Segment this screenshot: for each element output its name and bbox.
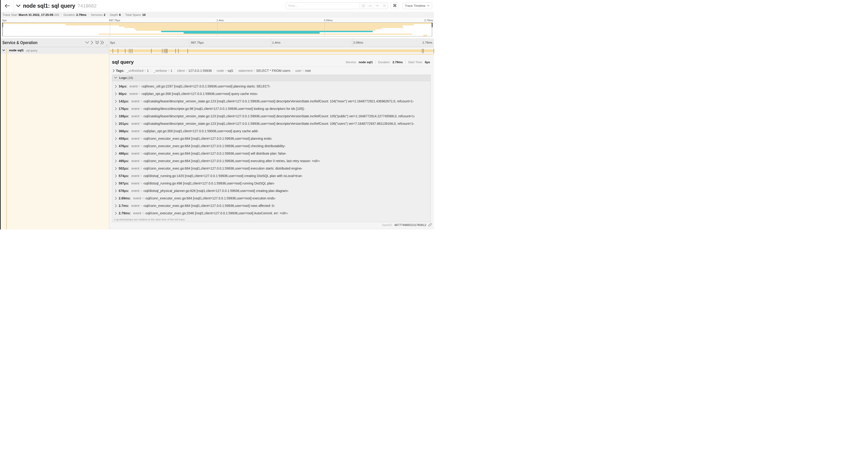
chevron-right-icon bbox=[115, 122, 117, 125]
log-entry[interactable]: 678μs: event = ‹sql/distsql_physical_pla… bbox=[112, 187, 431, 195]
span-detail-left-column[interactable] bbox=[1, 54, 109, 230]
chevron-down-icon bbox=[114, 77, 117, 79]
span-bar[interactable] bbox=[110, 50, 434, 52]
left-scrubber-handle[interactable] bbox=[2, 23, 3, 27]
clear-find-button[interactable] bbox=[381, 4, 388, 7]
log-entry[interactable]: 2.7ms: event = ‹sql/conn_executor_exec.g… bbox=[112, 202, 431, 209]
span-service-name[interactable]: node sql1 bbox=[9, 48, 24, 52]
log-equals: = bbox=[139, 107, 143, 110]
tag-equals: = bbox=[253, 69, 256, 72]
chevron-right-icon bbox=[115, 197, 117, 200]
span-name-column[interactable]: node sql1 sql query bbox=[1, 47, 109, 54]
focus-icon bbox=[362, 4, 365, 7]
chevron-right-icon bbox=[115, 189, 117, 192]
chevron-right-icon bbox=[115, 137, 117, 140]
prev-result-button[interactable] bbox=[367, 5, 374, 7]
log-field-value: ‹sql/conn_executor_exec.go:684 [nsql1,cl… bbox=[143, 204, 275, 207]
logs-header[interactable]: Logs (18) bbox=[112, 75, 431, 81]
log-entry[interactable]: 176μs: event = ‹sql/catalog/descs/descri… bbox=[112, 105, 431, 112]
tag-equals: = bbox=[143, 69, 147, 72]
logs-title: Logs bbox=[119, 76, 127, 79]
tag-equals: = bbox=[302, 69, 305, 72]
log-equals: = bbox=[139, 129, 143, 133]
summary-value: 2.79ms bbox=[76, 13, 86, 17]
keyboard-shortcuts-button[interactable]: ⌘ bbox=[391, 2, 399, 9]
next-result-button[interactable] bbox=[374, 5, 381, 7]
expand-one-button[interactable] bbox=[90, 41, 94, 44]
log-entry[interactable]: 2.69ms: event = ‹sql/conn_executor_exec.… bbox=[112, 195, 431, 202]
log-equals: = bbox=[137, 85, 141, 88]
tag-list: _unfinished=1 _verbose=1 client=127.0.0.… bbox=[127, 69, 311, 72]
trace-view-dropdown[interactable]: Trace Timeline bbox=[403, 2, 432, 9]
chevron-right-icon bbox=[115, 122, 117, 125]
minimap-tick-label: 697.75μs bbox=[109, 19, 120, 22]
minimap-gridline bbox=[324, 23, 325, 36]
minimap-tick-labels: 0μs697.75μs1.4ms2.09ms2.79ms bbox=[1, 18, 434, 22]
column-resizer-grip[interactable] bbox=[106, 44, 107, 46]
span-timeline-cell[interactable] bbox=[109, 47, 434, 54]
log-entry[interactable]: 201μs: event = ‹sql/catalog/lease/descri… bbox=[112, 120, 431, 127]
span-log-tick bbox=[165, 49, 165, 53]
minimap-tick-label: 2.79ms bbox=[424, 19, 433, 22]
tag-value: 1 bbox=[170, 69, 173, 72]
collapse-all-button[interactable] bbox=[95, 41, 99, 44]
log-entry[interactable]: 34μs: event = ‹sql/exec_util.go:2297 [ns… bbox=[112, 83, 431, 90]
chevron-right-icon bbox=[115, 212, 117, 215]
log-equals: = bbox=[139, 204, 143, 207]
log-field-value: ‹sql/catalog/descs/descriptor.go:98 [nsq… bbox=[143, 107, 305, 110]
span-row[interactable]: node sql1 sql query bbox=[1, 47, 434, 54]
span-detail-header: sql query Service: node sql1 Duration: 2… bbox=[112, 55, 431, 66]
log-entry[interactable]: 2.79ms: event = ‹sql/conn_executor_exec.… bbox=[112, 209, 431, 217]
deep-link-button[interactable] bbox=[428, 223, 432, 227]
chevron-right-icon bbox=[115, 92, 117, 95]
span-detail-title: sql query bbox=[112, 59, 134, 65]
log-field-key: event bbox=[131, 99, 139, 103]
log-entry[interactable]: 495μs: event = ‹sql/conn_executor_exec.g… bbox=[112, 157, 431, 165]
log-field-key: event bbox=[131, 137, 139, 140]
back-button[interactable] bbox=[1, 0, 14, 12]
focus-match-button[interactable] bbox=[360, 4, 367, 7]
window-edge bbox=[0, 0, 1, 230]
minimap[interactable] bbox=[2, 22, 432, 36]
span-collapse-chevron-icon[interactable] bbox=[2, 50, 5, 51]
chevron-right-icon bbox=[115, 182, 117, 185]
chevron-right-icon bbox=[115, 152, 117, 155]
span-log-tick bbox=[113, 49, 113, 53]
tag-equals: = bbox=[224, 69, 227, 72]
log-entry[interactable]: 574μs: event = ‹sql/distsql_running.go:1… bbox=[112, 172, 431, 179]
log-timestamp: 502μs: bbox=[119, 167, 129, 170]
right-scrubber-handle[interactable] bbox=[432, 23, 433, 27]
log-entry[interactable]: 80μs: event = ‹sql/plan_opt.go:358 [nsql… bbox=[112, 90, 431, 97]
tag-equals: = bbox=[167, 69, 170, 72]
column-divider[interactable] bbox=[109, 38, 109, 230]
log-entry[interactable]: 189μs: event = ‹sql/catalog/lease/descri… bbox=[112, 112, 431, 120]
tag-key: node bbox=[217, 69, 224, 72]
log-timestamp: 142μs: bbox=[119, 99, 129, 103]
log-entry[interactable]: 459μs: event = ‹sql/conn_executor_exec.g… bbox=[112, 135, 431, 142]
log-entry[interactable]: 476μs: event = ‹sql/conn_executor_exec.g… bbox=[112, 142, 431, 150]
span-log-tick bbox=[164, 49, 164, 53]
log-entry[interactable]: 597μs: event = ‹sql/distsql_running.go:4… bbox=[112, 179, 431, 187]
log-field-value: ‹sql/conn_executor_exec.go:684 [nsql1,cl… bbox=[143, 167, 302, 170]
summary-value: 10 bbox=[142, 13, 146, 17]
log-equals: = bbox=[139, 114, 143, 118]
collapse-title-chevron-icon[interactable] bbox=[16, 4, 21, 7]
chevron-right-icon bbox=[115, 189, 117, 192]
collapse-one-button[interactable] bbox=[85, 41, 89, 44]
span-log-tick bbox=[132, 49, 132, 53]
expand-all-button[interactable] bbox=[100, 41, 104, 44]
log-entry[interactable]: 142μs: event = ‹sql/catalog/lease/descri… bbox=[112, 97, 431, 105]
find-input[interactable] bbox=[286, 3, 360, 9]
log-equals: = bbox=[139, 99, 143, 103]
log-entry[interactable]: 486μs: event = ‹sql/conn_executor_exec.g… bbox=[112, 150, 431, 157]
tags-accordian[interactable]: Tags: _unfinished=1 _verbose=1 client=12… bbox=[112, 67, 431, 75]
log-field-value: ‹sql/conn_executor_exec.go:684 [nsql1,cl… bbox=[143, 152, 286, 155]
log-entry[interactable]: 502μs: event = ‹sql/conn_executor_exec.g… bbox=[112, 165, 431, 172]
log-entry[interactable]: 366μs: event = ‹sql/plan_opt.go:358 [nsq… bbox=[112, 127, 431, 135]
tag-key: user bbox=[295, 69, 302, 72]
span-operation-name[interactable]: sql query bbox=[26, 49, 37, 52]
tag-value: SELECT * FROM users bbox=[256, 69, 290, 72]
span-id-value: 4877749850101760812 bbox=[394, 223, 426, 227]
span-meta-value: 0μs bbox=[425, 60, 430, 64]
log-field-value: ‹sql/distsql_running.go:1420 [nsql1,clie… bbox=[143, 174, 302, 178]
